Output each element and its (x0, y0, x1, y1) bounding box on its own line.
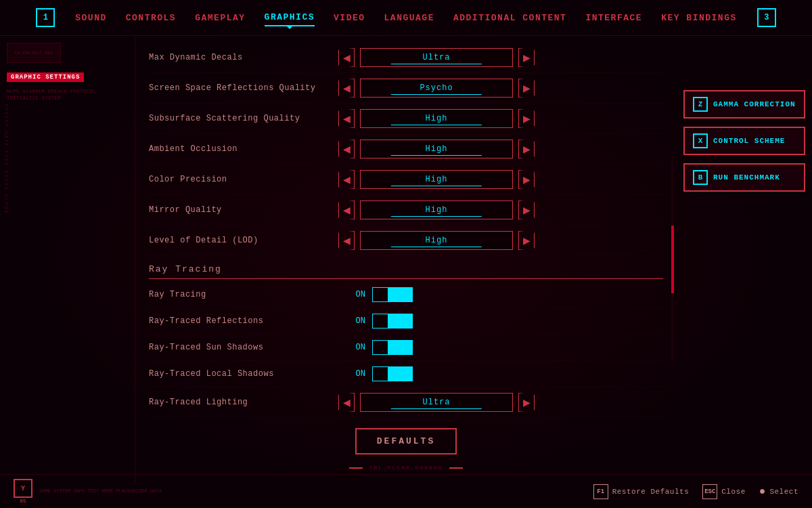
arrow-right-btn[interactable]: ▶ (518, 140, 535, 158)
setting-control: ◀ High ▶ (338, 140, 535, 158)
arrow-right-btn[interactable]: ▶ (518, 48, 535, 67)
ray-tracing-header: Ray Tracing (149, 256, 663, 279)
setting-control: ◀ Ultra ▶ (338, 48, 535, 67)
toggle-fill (388, 288, 412, 301)
setting-value: Psycho (360, 79, 513, 98)
toggle-row-ray-reflections: Ray-Traced Reflections ON (149, 308, 663, 335)
setting-value: High (360, 140, 513, 158)
select-action[interactable]: ● Select (759, 486, 798, 498)
setting-row-ray-lighting: Ray-Traced Lighting ◀ Ultra ▶ (149, 387, 663, 418)
nav-item-video[interactable]: VIDEO (334, 10, 365, 26)
toggle-label: Ray-Traced Reflections (149, 316, 338, 326)
setting-control: ◀ High ▶ (338, 200, 535, 219)
toggle-switch[interactable] (372, 366, 413, 381)
nav-item-sound[interactable]: SOUND (75, 10, 107, 26)
setting-label: Screen Space Reflections Quality (149, 83, 338, 93)
active-section-badge: GRAPHIC SETTINGS (7, 72, 84, 82)
gamma-label: GAMMA CORRECTION (713, 100, 796, 108)
arrow-left-btn[interactable]: ◀ (338, 393, 355, 412)
setting-value: High (360, 170, 513, 189)
nav-item-additional[interactable]: ADDITIONAL CONTENT (453, 10, 566, 26)
arrow-right-btn[interactable]: ▶ (518, 200, 535, 219)
setting-value: Ultra (360, 393, 513, 412)
left-sidebar: CD PROJEKT RED GRAPHIC SETTINGS NCPD SCA… (0, 36, 135, 483)
arrow-left-btn[interactable]: ◀ (338, 200, 355, 219)
status-line-left (349, 467, 363, 469)
arrow-right-btn[interactable]: ▶ (518, 79, 535, 98)
restore-defaults-action[interactable]: F1 Restore Defaults (593, 484, 690, 499)
nav-item-gameplay[interactable]: GAMEPLAY (195, 10, 245, 26)
arrow-right-btn[interactable]: ▶ (518, 393, 535, 412)
nav-item-language[interactable]: LANGUAGE (384, 10, 434, 26)
arrow-right-btn[interactable]: ▶ (518, 231, 535, 250)
arrow-left-btn[interactable]: ◀ (338, 109, 355, 128)
controller-icon: ● (759, 486, 766, 498)
toggle-switch[interactable] (372, 340, 413, 355)
setting-row-mirror-quality: Mirror Quality ◀ High ▶ (149, 195, 663, 226)
setting-row-subsurface: Subsurface Scattering Quality ◀ High ▶ (149, 104, 663, 134)
setting-label: Ambient Occlusion (149, 144, 338, 154)
toggle-value: ON (338, 343, 365, 352)
bottom-corner-sub: 85 (20, 498, 26, 504)
setting-label: Level of Detail (LOD) (149, 236, 338, 245)
arrow-left-btn[interactable]: ◀ (338, 231, 355, 250)
status-line-right (449, 467, 463, 469)
nav-left-btn[interactable]: 1 (36, 8, 55, 27)
control-scheme-btn[interactable]: X CONTROL SCHEME (683, 127, 805, 155)
setting-row-color-precision: Color Precision ◀ High ▶ (149, 165, 663, 195)
toggle-fill (388, 367, 412, 381)
gamma-correction-btn[interactable]: Z GAMMA CORRECTION (683, 90, 805, 119)
close-action[interactable]: ESC Close (702, 484, 746, 499)
nav-item-controls[interactable]: CONTROLS (126, 10, 176, 26)
toggle-label: Ray-Traced Sun Shadows (149, 343, 338, 352)
bottom-right: F1 Restore Defaults ESC Close ● Select (593, 484, 798, 499)
gamma-key: Z (693, 97, 708, 112)
toggle-value: ON (338, 290, 365, 299)
nav-item-graphics[interactable]: GRAPHICS (265, 9, 315, 26)
right-sidebar: Z GAMMA CORRECTION X CONTROL SCHEME B RU… (677, 36, 812, 483)
center-content: Max Dynamic Decals ◀ Ultra ▶ Screen Spac… (135, 36, 677, 483)
nav-item-interface[interactable]: INTERFACE (585, 10, 642, 26)
sidebar-logo: CD PROJEKT RED (7, 43, 61, 63)
setting-label: Mirror Quality (149, 205, 338, 215)
toggle-label: Ray Tracing (149, 290, 338, 299)
run-benchmark-btn[interactable]: B RUN BENCHMARK (683, 163, 805, 192)
defaults-container: DEFAULTS (149, 418, 663, 465)
toggle-row-ray-sun-shadows: Ray-Traced Sun Shadows ON (149, 335, 663, 361)
nav-item-keybindings[interactable]: KEY BINDINGS (661, 10, 737, 26)
setting-control: ◀ Ultra ▶ (338, 393, 535, 412)
toggle-switch[interactable] (372, 287, 413, 302)
benchmark-key: B (693, 170, 708, 185)
arrow-left-btn[interactable]: ◀ (338, 140, 355, 158)
bottom-corner-y: Y (14, 479, 32, 498)
toggle-value: ON (338, 369, 365, 379)
control-label: CONTROL SCHEME (713, 137, 785, 145)
benchmark-label: RUN BENCHMARK (713, 173, 780, 182)
defaults-button[interactable]: DEFAULTS (355, 428, 457, 454)
setting-value: High (360, 200, 513, 219)
status-bar: TBL_FLCAS_000000 (0, 465, 812, 471)
bottom-left-text: SOME SYSTEM INFO TEXT HERE PLACEHOLDER D… (39, 488, 162, 494)
nav-right-btn[interactable]: 3 (757, 8, 776, 27)
close-label: Close (721, 488, 746, 496)
status-text: TBL_FLCAS_000000 (369, 465, 443, 471)
f1-key: F1 (593, 484, 608, 499)
arrow-right-btn[interactable]: ▶ (518, 170, 535, 189)
toggle-row-ray-tracing: Ray Tracing ON (149, 282, 663, 308)
toggle-row-ray-local-shadows: Ray-Traced Local Shadows ON (149, 361, 663, 387)
setting-control: ◀ High ▶ (338, 231, 535, 250)
corner-decoration: SYSTEM_DATA_FEED_00234_ALPHA (3, 104, 9, 213)
setting-label: Subsurface Scattering Quality (149, 114, 338, 123)
arrow-left-btn[interactable]: ◀ (338, 48, 355, 67)
setting-row-lod: Level of Detail (LOD) ◀ High ▶ (149, 226, 663, 256)
toggle-label: Ray-Traced Local Shadows (149, 369, 338, 379)
select-label: Select (769, 488, 798, 496)
setting-label: Ray-Traced Lighting (149, 398, 338, 407)
arrow-right-btn[interactable]: ▶ (518, 109, 535, 128)
bottom-left: Y 85 SOME SYSTEM INFO TEXT HERE PLACEHOL… (14, 479, 162, 504)
setting-value: High (360, 231, 513, 250)
scrollbar[interactable] (671, 158, 674, 361)
arrow-left-btn[interactable]: ◀ (338, 79, 355, 98)
arrow-left-btn[interactable]: ◀ (338, 170, 355, 189)
toggle-switch[interactable] (372, 314, 413, 329)
